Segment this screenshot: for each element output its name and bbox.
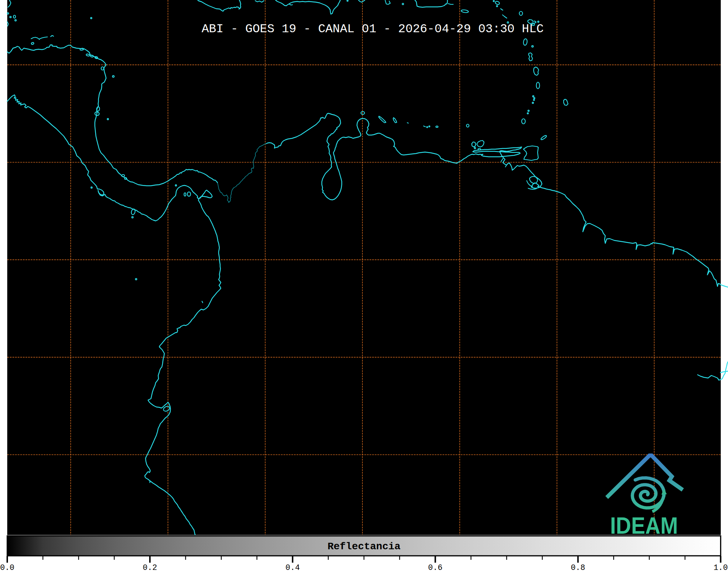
svg-text:Reflectancia: Reflectancia xyxy=(328,541,401,552)
svg-text:ABI - GOES 19 - CANAL 01 - 202: ABI - GOES 19 - CANAL 01 - 2026-04-29 03… xyxy=(202,22,544,36)
svg-text:IDEAM: IDEAM xyxy=(610,513,678,538)
